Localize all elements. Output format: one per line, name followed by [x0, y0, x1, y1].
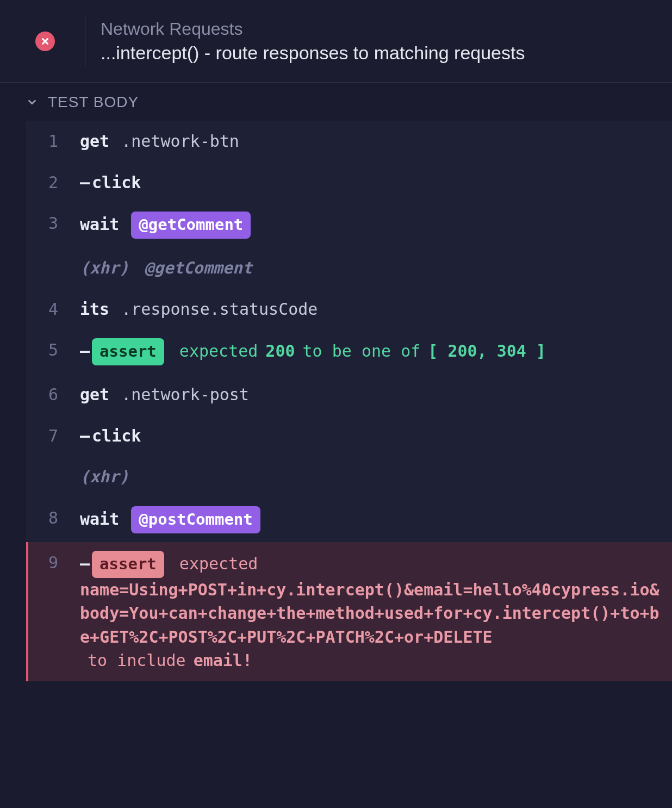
command-name: wait — [80, 507, 119, 531]
test-title: ...intercept() - route responses to matc… — [101, 42, 525, 64]
alias-badge: @getComment — [131, 212, 251, 239]
line-number: 7 — [28, 424, 80, 448]
log-row[interactable]: 1 get .network-btn — [26, 121, 672, 162]
assert-row[interactable]: 5 assert expected 200 to be one of [ 200… — [26, 330, 672, 374]
line-number: 4 — [28, 297, 80, 321]
command-arg: .response.statusCode — [121, 297, 318, 321]
log-row[interactable]: 3 wait @getComment — [26, 203, 672, 247]
assert-text: expected — [179, 339, 258, 363]
assert-value: name=Using+POST+in+cy.intercept()&email=… — [80, 578, 662, 649]
xhr-row[interactable]: (xhr) — [26, 456, 672, 498]
xhr-row[interactable]: (xhr) @getComment — [26, 247, 672, 289]
log-row[interactable]: 2 click — [26, 162, 672, 203]
line-number: 6 — [28, 383, 80, 407]
assert-fail-badge: assert — [92, 551, 164, 578]
section-toggle[interactable]: TEST BODY — [0, 83, 672, 121]
command-name: its — [80, 297, 109, 321]
assert-text: to include — [88, 649, 186, 673]
suite-title: Network Requests — [101, 19, 525, 39]
command-log: 1 get .network-btn 2 click 3 wait @getCo… — [26, 121, 672, 681]
line-number: 5 — [28, 338, 80, 362]
fail-status-icon — [35, 32, 55, 51]
assert-fail-row[interactable]: 9 assert expected name=Using+POST+in+cy.… — [26, 542, 672, 681]
assert-value: 200 — [265, 339, 295, 363]
xhr-label: (xhr) — [80, 256, 129, 280]
line-number: 1 — [28, 129, 80, 153]
log-row[interactable]: 6 get .network-post — [26, 374, 672, 415]
assert-text: expected — [179, 552, 258, 576]
command-name: get — [80, 383, 109, 407]
log-row[interactable]: 7 click — [26, 415, 672, 457]
command-name: click — [92, 171, 141, 195]
command-name: get — [80, 129, 109, 153]
chained-indicator — [80, 424, 89, 448]
command-name: click — [92, 424, 141, 448]
command-name: wait — [80, 213, 119, 237]
assert-text: to be one of — [303, 339, 421, 363]
chained-indicator — [80, 339, 89, 363]
line-number: 2 — [28, 171, 80, 195]
header-divider — [85, 15, 85, 67]
line-number: 3 — [28, 212, 80, 235]
chevron-down-icon — [26, 96, 38, 108]
assert-pass-badge: assert — [92, 338, 164, 365]
command-arg: .network-btn — [121, 129, 239, 153]
command-arg: .network-post — [121, 383, 249, 407]
alias-badge: @postComment — [131, 506, 260, 533]
chained-indicator — [80, 171, 89, 195]
line-number: 9 — [28, 551, 80, 575]
assert-value: email! — [194, 649, 252, 673]
line-number: 8 — [28, 506, 80, 530]
assert-value: [ 200, 304 ] — [428, 339, 546, 363]
xhr-alias: @getComment — [144, 256, 252, 280]
xhr-label: (xhr) — [80, 465, 129, 489]
log-row[interactable]: 8 wait @postComment — [26, 498, 672, 542]
chained-indicator — [80, 552, 89, 576]
test-header: Network Requests ...intercept() - route … — [0, 0, 672, 83]
log-row[interactable]: 4 its .response.statusCode — [26, 289, 672, 330]
section-label: TEST BODY — [48, 94, 139, 111]
